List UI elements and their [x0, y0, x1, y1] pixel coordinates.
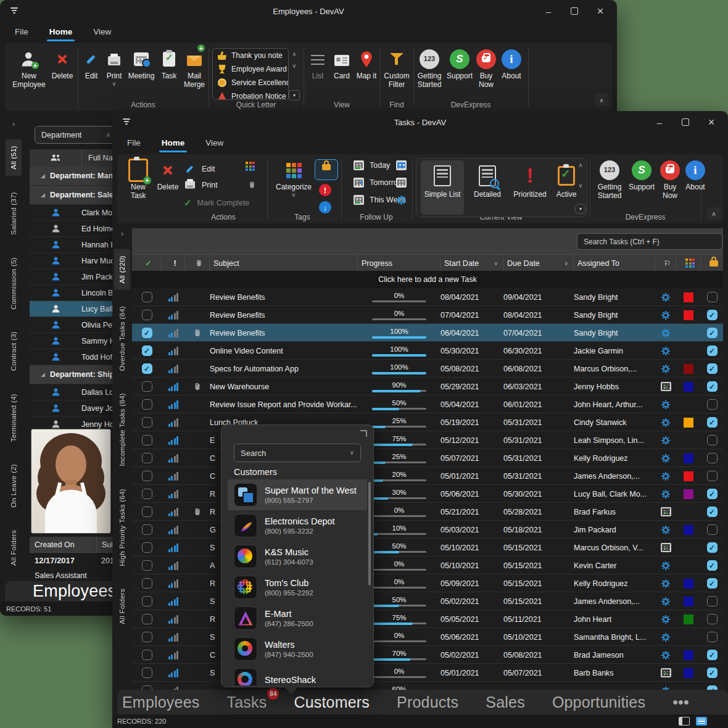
about-button[interactable]: i About: [682, 159, 708, 192]
complete-checkbox[interactable]: [707, 489, 718, 499]
about-button[interactable]: i About: [498, 48, 524, 81]
task-checkbox[interactable]: [142, 524, 152, 535]
sidebar-tab-high-priority-tasks-64[interactable]: High Priority Tasks (64): [114, 482, 130, 573]
task-checkbox[interactable]: [142, 560, 152, 571]
assign-icon[interactable]: [246, 162, 255, 171]
category-color[interactable]: [684, 453, 693, 463]
detailed-button[interactable]: Detailed: [468, 163, 507, 199]
customer-search-input[interactable]: Search ∨: [234, 444, 361, 462]
calendar-grid-icon[interactable]: [655, 378, 676, 395]
task-checkbox[interactable]: [142, 363, 152, 374]
nav-tab-tasks[interactable]: Tasks 84: [226, 693, 267, 711]
edit-button[interactable]: Edit: [184, 163, 215, 175]
maximize-button[interactable]: [561, 2, 587, 20]
customer-item-electronics-depot[interactable]: Electronics Depot (800) 595-3232: [228, 510, 367, 541]
sidebar-tab-all-220[interactable]: All (220): [114, 249, 130, 290]
popup-resize-icon[interactable]: [360, 430, 367, 437]
add-new-task-row[interactable]: Click here to add a new Task: [132, 271, 723, 289]
customer-item-k-s-music[interactable]: K&S Music (612) 304-6073: [228, 541, 367, 572]
today-button[interactable]: Today: [354, 160, 390, 170]
complete-checkbox[interactable]: [707, 292, 718, 302]
category-color[interactable]: [684, 668, 693, 678]
ribbon-collapse-icon[interactable]: ∧: [595, 94, 608, 106]
support-button[interactable]: S Support: [445, 48, 474, 81]
gallery-down-icon[interactable]: ∨: [292, 62, 296, 69]
gear-icon[interactable]: [655, 395, 676, 413]
ribbon-collapse-icon[interactable]: ∧: [707, 207, 721, 220]
sidebar-tab-terminated-4[interactable]: Terminated (4): [6, 387, 22, 448]
nav-tab-employees[interactable]: Employees: [122, 693, 199, 711]
task-row-review-benefits[interactable]: Review Benefits 100% 06/04/2021 07/04/20…: [132, 324, 723, 342]
gear-icon[interactable]: [655, 682, 676, 690]
complete-checkbox[interactable]: [707, 685, 718, 690]
gear-icon[interactable]: [655, 556, 676, 574]
category-color[interactable]: [684, 364, 693, 374]
task-checkbox[interactable]: [142, 381, 152, 392]
lock-column-header[interactable]: [701, 255, 723, 271]
card-view-button[interactable]: Card: [330, 48, 354, 81]
progress-column-header[interactable]: Progress: [358, 255, 441, 271]
task-checkbox[interactable]: [142, 614, 152, 624]
task-row-review-benefits[interactable]: Review Benefits 0% 07/04/2021 08/04/2021…: [132, 306, 723, 324]
complete-checkbox[interactable]: [707, 471, 718, 481]
category-color[interactable]: [684, 579, 693, 589]
new-employee-button[interactable]: + New Employee: [12, 48, 46, 89]
category-color[interactable]: [684, 650, 693, 660]
sidebar-tab-all-folders[interactable]: All Folders: [6, 524, 22, 572]
popup-scrollbar[interactable]: [368, 482, 371, 585]
tasks-titlebar[interactable]: Tasks - DevAV – ×: [112, 111, 728, 133]
low-importance-icon[interactable]: ↓: [319, 201, 331, 213]
task-checkbox[interactable]: [142, 596, 152, 606]
gear-icon[interactable]: [655, 431, 676, 449]
task-checkbox[interactable]: [142, 399, 152, 410]
gallery-up-icon[interactable]: ∧: [578, 162, 582, 168]
quick-letter-item-thank-you-note[interactable]: Thank you note: [213, 49, 288, 62]
category-color[interactable]: [684, 597, 693, 606]
buy-now-button[interactable]: Buy Now: [658, 159, 682, 200]
gallery-up-icon[interactable]: ∧: [292, 51, 296, 57]
task-checkbox[interactable]: [142, 668, 152, 678]
menu-tab-view[interactable]: View: [91, 25, 114, 39]
close-button[interactable]: ×: [587, 2, 613, 20]
gear-icon[interactable]: [655, 521, 676, 539]
subject-column-header[interactable]: Subject: [210, 255, 358, 271]
attachment-icon[interactable]: [248, 180, 256, 189]
complete-checkbox[interactable]: [707, 363, 718, 374]
sidebar-tab-salaried-37[interactable]: Salaried (37): [6, 186, 22, 241]
gear-icon[interactable]: [655, 467, 676, 485]
gallery-more-icon[interactable]: ▾: [575, 204, 586, 214]
getting-started-button[interactable]: 123 Getting Started: [594, 159, 626, 200]
customer-item-tom-s-club[interactable]: Tom's Club (800) 955-2292: [228, 572, 367, 603]
gear-icon[interactable]: [655, 360, 676, 378]
maximize-button[interactable]: [672, 113, 698, 131]
gear-icon[interactable]: [655, 628, 676, 646]
category-column-header[interactable]: [676, 255, 701, 271]
task-row-new-warehourse[interactable]: New Warehourse 90% 05/29/2021 06/03/2021…: [132, 378, 723, 395]
category-color[interactable]: [684, 525, 693, 535]
customer-item-super-mart-of-the-west[interactable]: Super Mart of the West (800) 555-2797: [228, 479, 367, 510]
prioritized-button[interactable]: ! Prioritized: [510, 163, 550, 199]
department-filter-button[interactable]: Department ∧: [35, 126, 117, 144]
complete-checkbox[interactable]: [707, 453, 718, 463]
panel-toggle-icon[interactable]: [679, 717, 690, 726]
created-on-column[interactable]: Created On: [30, 540, 96, 549]
employees-titlebar[interactable]: Employees - DevAV – ×: [0, 0, 617, 22]
priority-column-header[interactable]: !: [162, 255, 185, 271]
task-button[interactable]: Task: [158, 48, 180, 81]
nav-tab-item[interactable]: •••: [672, 693, 689, 711]
attachment-column-header[interactable]: [185, 255, 210, 271]
sidebar-expand-icon[interactable]: ›: [12, 120, 15, 128]
task-checkbox[interactable]: [142, 417, 152, 428]
search-tasks-input[interactable]: Search Tasks (Ctrl + F): [577, 233, 722, 250]
gear-icon[interactable]: [655, 288, 676, 306]
custom-filter-button[interactable]: Custom Filter: [382, 48, 412, 89]
quick-letter-item-employee-award[interactable]: Employee Award: [213, 62, 288, 76]
task-checkbox[interactable]: [142, 471, 152, 481]
gear-icon[interactable]: [655, 306, 676, 324]
gallery-more-icon[interactable]: ▾: [289, 90, 300, 101]
sidebar-tab-contract-3[interactable]: Contract (3): [6, 325, 22, 377]
gear-icon[interactable]: [655, 610, 676, 628]
task-checkbox[interactable]: [142, 685, 152, 690]
gear-icon[interactable]: [655, 413, 676, 431]
complete-checkbox[interactable]: [707, 560, 718, 571]
